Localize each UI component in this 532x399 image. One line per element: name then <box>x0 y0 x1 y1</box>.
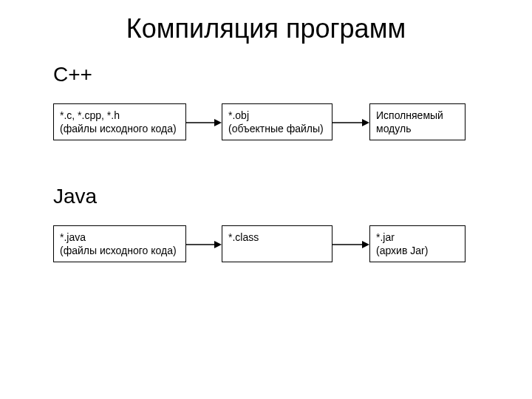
cpp-box-obj-line2: (объектные файлы) <box>228 122 326 135</box>
arrow-icon <box>332 239 369 250</box>
java-box-class-line1: *.class <box>228 231 326 244</box>
cpp-box-obj: *.obj (объектные файлы) <box>222 103 332 140</box>
page-title: Компиляция программ <box>0 13 532 44</box>
arrow-icon <box>186 117 222 129</box>
cpp-box-exe-line1: Исполняемый <box>376 109 459 122</box>
cpp-box-source-line2: (файлы исходного кода) <box>60 122 180 135</box>
svg-marker-5 <box>214 241 222 248</box>
java-box-source-line2: (файлы исходного кода) <box>60 244 180 257</box>
java-box-source-line1: *.java <box>60 231 180 244</box>
cpp-box-obj-line1: *.obj <box>228 109 326 122</box>
cpp-box-exe-line2: модуль <box>376 122 459 135</box>
java-box-jar-line2: (архив Jar) <box>376 244 459 257</box>
section-label-java: Java <box>53 185 97 208</box>
java-box-jar-line1: *.jar <box>376 231 459 244</box>
arrow-icon <box>332 117 369 129</box>
section-label-cpp: C++ <box>53 63 92 86</box>
svg-marker-3 <box>362 119 369 126</box>
java-box-jar: *.jar (архив Jar) <box>369 225 466 262</box>
cpp-box-exe: Исполняемый модуль <box>369 103 466 140</box>
cpp-box-source-line1: *.c, *.cpp, *.h <box>60 109 180 122</box>
java-box-class: *.class <box>222 225 332 262</box>
arrow-icon <box>186 239 222 250</box>
java-box-source: *.java (файлы исходного кода) <box>53 225 186 262</box>
svg-marker-7 <box>362 241 369 248</box>
svg-marker-1 <box>214 119 222 126</box>
cpp-box-source: *.c, *.cpp, *.h (файлы исходного кода) <box>53 103 186 140</box>
